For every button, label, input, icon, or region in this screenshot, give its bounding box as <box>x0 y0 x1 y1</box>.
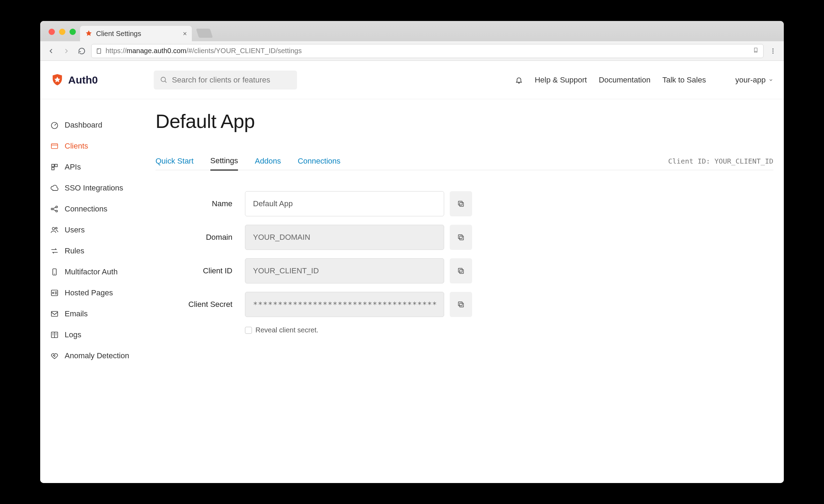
sidebar-item-rules[interactable]: Rules <box>50 240 156 261</box>
copy-icon <box>457 233 465 241</box>
svg-rect-7 <box>51 144 58 149</box>
app-root: Auth0 Help & Support Documentation Talk … <box>40 61 784 483</box>
browser-tab-title: Client Settings <box>96 30 141 38</box>
browser-toolbar: https://manage.auth0.com/#/clients/YOUR_… <box>40 41 784 61</box>
documentation-link[interactable]: Documentation <box>599 75 650 85</box>
sidebar: Dashboard Clients APIs SSO Integrations … <box>40 99 156 483</box>
book-icon <box>50 330 59 339</box>
svg-point-2 <box>772 48 773 49</box>
copy-name-button[interactable] <box>450 191 472 216</box>
svg-rect-9 <box>55 164 57 167</box>
search-box[interactable] <box>154 71 297 89</box>
sidebar-item-emails[interactable]: Emails <box>50 303 156 324</box>
close-window-button[interactable] <box>49 29 55 35</box>
client-id-input[interactable] <box>245 258 444 283</box>
help-support-link[interactable]: Help & Support <box>535 75 587 85</box>
svg-rect-23 <box>460 236 463 240</box>
traffic-lights <box>45 29 80 41</box>
talk-to-sales-link[interactable]: Talk to Sales <box>662 75 706 85</box>
sidebar-item-users[interactable]: Users <box>50 219 156 240</box>
sidebar-item-label: Connections <box>65 204 107 214</box>
form-row-client-secret: Client Secret <box>156 292 773 317</box>
search-input[interactable] <box>172 75 291 85</box>
sidebar-item-label: Clients <box>65 142 88 151</box>
auth0-logo[interactable]: Auth0 <box>51 73 98 87</box>
name-input[interactable] <box>245 191 444 216</box>
sidebar-item-connections[interactable]: Connections <box>50 199 156 219</box>
maximize-window-button[interactable] <box>70 29 76 35</box>
page-info-icon[interactable] <box>96 48 102 54</box>
reload-button[interactable] <box>76 45 88 57</box>
copy-icon <box>457 200 465 208</box>
svg-rect-0 <box>97 49 101 53</box>
svg-rect-8 <box>52 164 54 167</box>
back-button[interactable] <box>45 45 57 57</box>
svg-rect-19 <box>51 311 58 316</box>
sidebar-item-anomaly[interactable]: Anomaly Detection <box>50 345 156 366</box>
sidebar-item-label: Logs <box>65 330 81 339</box>
form-row-name: Name <box>156 191 773 216</box>
client-secret-input[interactable] <box>245 292 444 317</box>
copy-client-id-button[interactable] <box>450 258 472 283</box>
svg-rect-28 <box>458 302 462 306</box>
sidebar-item-sso[interactable]: SSO Integrations <box>50 178 156 199</box>
name-label: Name <box>156 199 245 208</box>
forward-button[interactable] <box>60 45 72 57</box>
sidebar-item-hosted-pages[interactable]: Hosted Pages <box>50 282 156 303</box>
main-content: Default App Quick Start Settings Addons … <box>156 99 784 483</box>
tenant-switcher[interactable]: your-app <box>735 75 773 85</box>
browser-menu-button[interactable] <box>767 45 779 57</box>
notifications-button[interactable] <box>515 76 523 84</box>
reveal-secret-checkbox[interactable] <box>245 327 252 334</box>
tab-connections[interactable]: Connections <box>298 152 340 170</box>
svg-rect-27 <box>460 303 463 307</box>
sidebar-item-apis[interactable]: APIs <box>50 157 156 178</box>
svg-point-4 <box>772 52 773 53</box>
tab-addons[interactable]: Addons <box>255 152 281 170</box>
topbar-nav: Help & Support Documentation Talk to Sal… <box>515 75 773 85</box>
form-row-domain: Domain <box>156 225 773 250</box>
svg-point-3 <box>772 50 773 51</box>
tab-settings[interactable]: Settings <box>210 152 238 171</box>
sidebar-item-label: Hosted Pages <box>65 288 113 297</box>
sidebar-item-label: Multifactor Auth <box>65 267 118 276</box>
layout-icon <box>50 288 59 297</box>
sidebar-item-mfa[interactable]: Multifactor Auth <box>50 261 156 282</box>
svg-rect-21 <box>460 202 463 206</box>
form-row-client-id: Client ID <box>156 258 773 283</box>
bookmark-icon[interactable] <box>753 48 759 55</box>
sidebar-item-logs[interactable]: Logs <box>50 324 156 345</box>
client-secret-label: Client Secret <box>156 300 245 309</box>
domain-label: Domain <box>156 233 245 242</box>
gauge-icon <box>50 121 59 130</box>
copy-domain-button[interactable] <box>450 225 472 250</box>
svg-point-15 <box>56 228 57 229</box>
mail-icon <box>50 309 59 318</box>
client-id-display: Client ID: YOUR_CLIENT_ID <box>668 157 773 165</box>
minimize-window-button[interactable] <box>59 29 65 35</box>
new-tab-button[interactable] <box>196 29 213 38</box>
sidebar-item-dashboard[interactable]: Dashboard <box>50 115 156 136</box>
browser-tab-bar: Client Settings × <box>40 21 784 41</box>
tenant-name: your-app <box>735 75 766 85</box>
users-icon <box>50 225 59 235</box>
settings-form: Name Domain Client ID <box>156 170 773 334</box>
copy-client-secret-button[interactable] <box>450 292 472 317</box>
tab-quick-start[interactable]: Quick Start <box>156 152 194 170</box>
client-id-label: Client ID <box>156 266 245 275</box>
sidebar-item-label: Emails <box>65 309 88 318</box>
copy-icon <box>457 267 465 275</box>
svg-rect-26 <box>458 268 462 272</box>
sidebar-item-label: APIs <box>65 163 81 172</box>
sidebar-item-label: Dashboard <box>65 121 102 130</box>
address-bar[interactable]: https://manage.auth0.com/#/clients/YOUR_… <box>91 44 764 58</box>
phone-icon <box>50 267 59 276</box>
domain-input[interactable] <box>245 225 444 250</box>
browser-tab[interactable]: Client Settings × <box>80 26 192 41</box>
page-title: Default App <box>156 110 773 132</box>
app-topbar: Auth0 Help & Support Documentation Talk … <box>40 61 784 99</box>
heart-icon <box>50 351 59 360</box>
sidebar-item-label: Anomaly Detection <box>65 351 129 360</box>
close-tab-button[interactable]: × <box>183 30 187 38</box>
sidebar-item-clients[interactable]: Clients <box>50 136 156 157</box>
